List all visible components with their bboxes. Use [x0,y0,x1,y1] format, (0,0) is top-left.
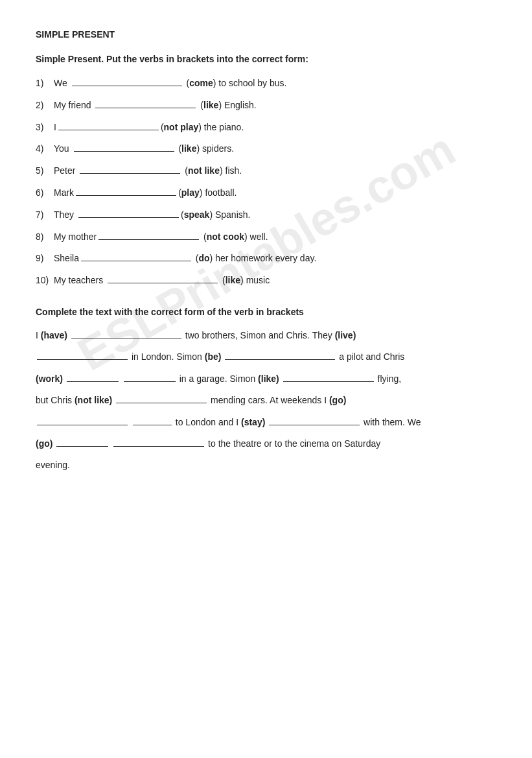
ex-before-3: I [54,120,56,136]
blank-p-5c [269,415,360,425]
ex-num-4: 4) [36,141,54,157]
blank-p-2b [225,349,335,360]
blank-p-3c [283,372,374,382]
para-line-4: but Chris (not like) mending cars. At we… [36,391,496,410]
ex-verb-5: not like [188,165,220,176]
verb-like2: (like) [258,373,279,384]
exercise-item-1: 1) We (come) to school by bus. [36,76,496,91]
verb-go2: (go) [36,438,52,449]
ex-verb-6: play [181,187,200,198]
blank-5 [80,163,180,174]
para-line-5: to London and I (stay) with them. We [36,413,496,432]
ex-num-2: 2) [36,98,54,113]
ex-after-5: fish. [226,163,242,179]
exercise-item-2: 2) My friend (like) English. [36,98,496,113]
verb-be: (be) [205,351,222,362]
blank-10 [108,273,218,283]
ex-num-3: 3) [36,120,54,136]
ex-before-10: My teachers [54,273,106,289]
ex-verb-1: come [189,78,213,88]
ex-before-7: They [54,207,76,223]
verb-have: (have) [41,330,67,340]
ex-verb-8: not cook [207,231,244,242]
ex-verb-wrapper-9: (do) [193,251,215,266]
ex-verb-wrapper-10: (like) [220,273,246,289]
ex-num-9: 9) [36,251,54,266]
blank-9 [81,251,191,261]
exercise-item-8: 8) My mother (not cook) well. [36,230,496,245]
ex-after-9: her homework every day. [215,251,316,266]
ex-before-9: Sheila [54,251,79,266]
ex-after-1: to school by bus. [218,76,286,91]
ex-num-10: 10) [36,273,54,289]
ex-before-6: Mark [54,185,74,201]
ex-verb-4: like [181,143,196,154]
blank-3 [58,120,159,130]
ex-verb-wrapper-7: (speak) [181,207,215,223]
ex-num-5: 5) [36,163,54,179]
blank-p-3b [124,372,176,382]
ex-after-7: Spanish. [215,207,250,223]
ex-verb-wrapper-4: (like) [176,141,202,157]
blank-p-6a [56,436,108,447]
main-title: SIMPLE PRESENT [36,29,496,40]
content-area: SIMPLE PRESENT Simple Present. Put the v… [36,29,496,475]
blank-p-6b [113,436,204,447]
ex-verb-wrapper-6: (play) [178,185,205,201]
ex-verb-3: not play [164,122,199,132]
para-line-1: I (have) two brothers, Simon and Chris. … [36,326,496,345]
blank-8 [98,230,199,240]
blank-p-4 [116,393,207,403]
ex-verb-wrapper-8: (not cook) [201,230,249,245]
blank-7 [78,207,179,218]
exercise-item-4: 4) You (like) spiders. [36,141,496,157]
verb-live: (live) [335,330,356,340]
worksheet-page: ESLPrintables.com SIMPLE PRESENT Simple … [0,0,532,504]
verb-go: (go) [329,395,346,405]
ex-verb-10: like [226,275,240,285]
verb-stay: (stay) [241,417,265,427]
para-line-3: (work) in a garage. Simon (like) flying, [36,370,496,388]
ex-after-10: music [246,273,270,289]
ex-num-8: 8) [36,230,54,245]
ex-before-2: My friend [54,98,93,113]
ex-verb-7: speak [184,209,210,220]
blank-6 [76,185,176,196]
ex-after-4: spiders. [202,141,234,157]
ex-before-5: Peter [54,163,78,179]
verb-notlike: (not like) [75,395,112,405]
exercise-item-5: 5) Peter (not like) fish. [36,163,496,179]
ex-verb-wrapper-5: (not like) [182,163,225,179]
exercise-item-10: 10) My teachers (like) music [36,273,496,289]
ex-after-6: football. [205,185,237,201]
verb-work: (work) [36,373,63,384]
ex-after-2: English. [224,98,257,113]
exercise-item-9: 9) Sheila (do) her homework every day. [36,251,496,266]
section2-instruction: Complete the text with the correct form … [36,307,496,317]
ex-num-1: 1) [36,76,54,91]
ex-num-7: 7) [36,207,54,223]
ex-after-3: the piano. [204,120,244,136]
ex-verb-wrapper-2: (like) [198,98,224,113]
blank-4 [74,141,174,152]
paragraph-exercise: I (have) two brothers, Simon and Chris. … [36,326,496,475]
ex-verb-wrapper-3: (not play) [161,120,204,136]
blank-p-5a [37,415,128,425]
blank-2 [95,98,196,108]
exercise-item-6: 6) Mark (play) football. [36,185,496,201]
ex-verb-wrapper-1: (come) [184,76,219,91]
ex-before-8: My mother [54,230,97,245]
ex-after-8: well. [250,230,268,245]
exercise-item-7: 7) They (speak) Spanish. [36,207,496,223]
ex-verb-9: do [198,253,209,263]
ex-before-4: You [54,141,72,157]
para-line-7: evening. [36,456,496,475]
blank-p-1 [71,328,181,338]
blank-1 [72,76,182,86]
exercise-list: 1) We (come) to school by bus. 2) My fri… [36,76,496,289]
para-line-2: in London. Simon (be) a pilot and Chris [36,348,496,366]
blank-p-3a [67,372,119,382]
ex-before-1: We [54,76,70,91]
blank-p-2a [37,349,128,360]
ex-verb-2: like [203,100,218,110]
